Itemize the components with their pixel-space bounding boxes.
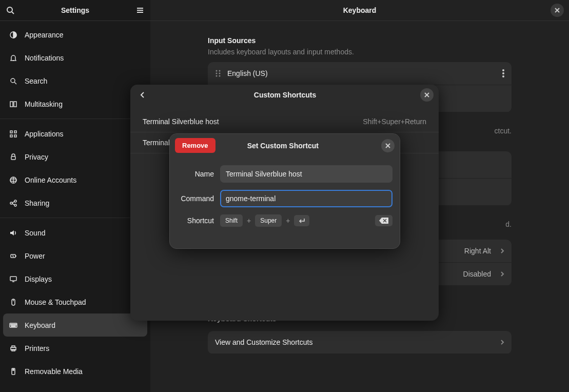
chevron-right-icon <box>500 248 504 254</box>
sidebar-item-label: Online Accounts <box>25 176 76 184</box>
inner-dialog-header: Remove Set Custom Shortcut <box>170 134 400 157</box>
sidebar-item-multitasking[interactable]: Multitasking <box>3 92 147 115</box>
svg-marker-24 <box>10 230 14 236</box>
key-plus: + <box>247 217 251 225</box>
svg-rect-34 <box>14 324 15 325</box>
svg-point-47 <box>219 73 221 74</box>
more-options-icon[interactable] <box>502 69 504 77</box>
sidebar-item-search[interactable]: Search <box>3 69 147 92</box>
svg-line-22 <box>12 202 14 203</box>
sidebar-header: Settings <box>0 0 150 21</box>
clear-shortcut-button[interactable] <box>375 215 393 226</box>
shortcut-display[interactable]: Shift + Super + <box>220 214 393 227</box>
svg-rect-35 <box>15 324 16 325</box>
svg-rect-36 <box>11 326 15 327</box>
hamburger-menu-icon[interactable] <box>136 6 144 14</box>
sidebar-item-label: Displays <box>25 275 52 283</box>
svg-point-52 <box>502 75 504 77</box>
custom-shortcut-row[interactable]: Terminal Silverblue host Shift+Super+Ret… <box>130 111 439 132</box>
sound-icon <box>9 229 17 237</box>
chevron-right-icon <box>500 339 504 345</box>
sidebar-item-privacy[interactable]: Privacy <box>3 145 147 168</box>
sidebar-separator <box>0 119 150 119</box>
sidebar-item-label: Multitasking <box>25 100 63 108</box>
view-shortcuts-label: View and Customize Shortcuts <box>215 338 494 346</box>
dialog-close-button[interactable] <box>420 88 434 102</box>
online-accounts-icon <box>9 176 17 184</box>
sidebar-item-label: Notifications <box>25 54 64 62</box>
sidebar-separator <box>0 218 150 218</box>
svg-rect-41 <box>13 369 14 370</box>
command-row: Command <box>177 190 393 207</box>
svg-point-48 <box>216 75 218 77</box>
view-shortcuts-row[interactable]: View and Customize Shortcuts <box>208 331 512 354</box>
svg-rect-10 <box>14 102 16 107</box>
key-plus: + <box>286 217 290 225</box>
search-icon[interactable] <box>6 6 14 14</box>
appearance-icon <box>9 31 17 39</box>
sidebar-item-sound[interactable]: Sound <box>3 221 147 244</box>
sidebar-item-mouse-touchpad[interactable]: Mouse & Touchpad <box>3 290 147 313</box>
inner-dialog-title: Set Custom Shortcut <box>190 142 376 150</box>
sidebar-item-appearance[interactable]: Appearance <box>3 23 147 46</box>
dialog-title: Custom Shortcuts <box>150 91 420 99</box>
svg-point-20 <box>14 200 16 202</box>
sidebar-item-keyboard[interactable]: Keyboard <box>3 313 147 337</box>
search-icon <box>9 77 17 85</box>
command-input[interactable] <box>220 190 393 207</box>
sidebar-item-notifications[interactable]: Notifications <box>3 46 147 69</box>
sidebar-item-displays[interactable]: Displays <box>3 267 147 290</box>
svg-point-45 <box>219 70 221 72</box>
privacy-icon <box>9 153 17 161</box>
svg-rect-38 <box>12 346 15 347</box>
sidebar-item-removable-media[interactable]: Removable Media <box>3 360 147 383</box>
svg-rect-14 <box>14 135 16 137</box>
drag-handle-icon[interactable] <box>215 69 221 77</box>
set-custom-shortcut-dialog: Remove Set Custom Shortcut Name Command … <box>169 133 400 249</box>
displays-icon <box>9 275 17 283</box>
svg-rect-11 <box>10 131 12 133</box>
sidebar-list: AppearanceNotificationsSearchMultitaskin… <box>0 21 150 392</box>
name-input[interactable] <box>220 165 393 183</box>
svg-point-49 <box>219 75 221 77</box>
input-source-row[interactable]: English (US) <box>208 62 512 85</box>
name-label: Name <box>177 170 214 178</box>
sidebar-item-applications[interactable]: Applications <box>3 122 147 145</box>
removable-icon <box>9 367 17 376</box>
shortcut-label: Shortcut <box>177 217 214 225</box>
svg-point-0 <box>7 7 12 12</box>
chevron-right-icon <box>500 271 504 277</box>
sidebar-item-label: Applications <box>25 130 64 138</box>
applications-icon <box>9 130 17 138</box>
back-button[interactable] <box>135 88 150 102</box>
svg-rect-9 <box>10 102 13 107</box>
sidebar-item-power[interactable]: Power <box>3 244 147 267</box>
svg-line-23 <box>12 204 14 205</box>
inner-dialog-close-button[interactable] <box>381 139 395 152</box>
command-label: Command <box>177 194 214 203</box>
svg-point-44 <box>216 70 218 72</box>
svg-point-51 <box>502 72 504 74</box>
svg-point-50 <box>502 69 504 71</box>
sidebar-item-label: Search <box>25 77 47 85</box>
key-shift: Shift <box>220 214 243 227</box>
sidebar-item-online-accounts[interactable]: Online Accounts <box>3 168 147 191</box>
input-sources-desc: Includes keyboard layouts and input meth… <box>208 48 512 56</box>
multitasking-icon <box>9 100 17 108</box>
key-return-icon <box>294 215 309 226</box>
sidebar-item-label: Printers <box>25 344 49 352</box>
main-title: Keyboard <box>343 6 377 14</box>
name-row: Name <box>177 165 393 183</box>
inner-dialog-body: Name Command Shortcut Shift + Super + <box>170 157 400 248</box>
sidebar-item-label: Mouse & Touchpad <box>25 298 86 306</box>
shortcut-row: Shortcut Shift + Super + <box>177 214 393 227</box>
sidebar-item-label: Sharing <box>25 199 49 207</box>
keyboard-icon <box>9 321 17 329</box>
sidebar-item-sharing[interactable]: Sharing <box>3 191 147 214</box>
close-panel-button[interactable] <box>551 4 564 17</box>
sidebar-item-printers[interactable]: Printers <box>3 337 147 360</box>
mouse-icon <box>9 298 17 306</box>
compose-key-value: Disabled <box>463 270 491 278</box>
main-header: Keyboard <box>150 0 569 21</box>
svg-rect-27 <box>10 277 16 281</box>
